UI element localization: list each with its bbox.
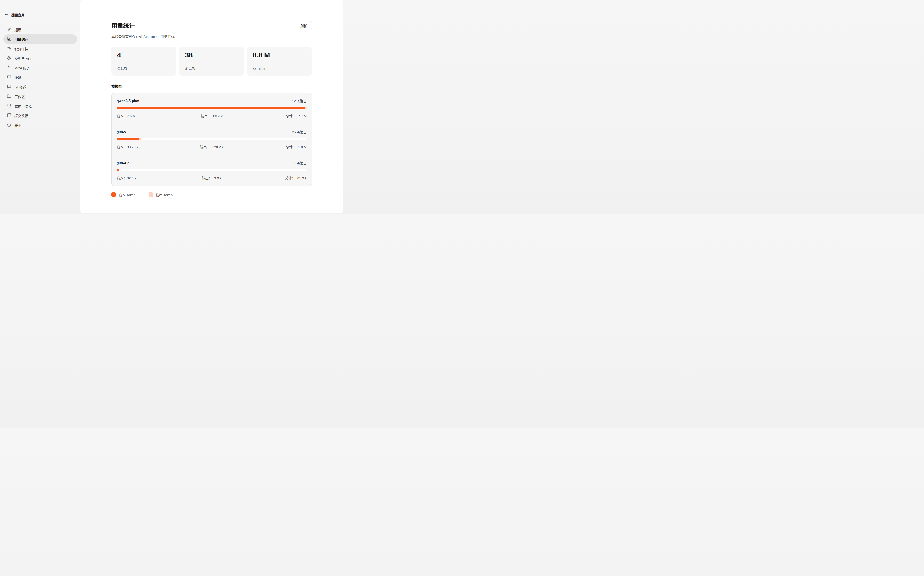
token-legend: 输入 Token 输出 Token: [112, 192, 312, 197]
sidebar-item-credits[interactable]: 积分详情: [3, 44, 77, 53]
book-open-icon: [7, 75, 11, 80]
coins-icon: [7, 46, 11, 51]
plug-icon: [7, 65, 11, 70]
sidebar-item-about[interactable]: 关于: [3, 120, 77, 130]
total-tokens-text: 总计：~85.9 k: [243, 175, 307, 180]
pen-icon: [7, 27, 11, 32]
summary-cards: 4 会话数 38 消息数 8.8 M 总 Token: [112, 47, 312, 76]
legend-input-token: 输入 Token: [112, 192, 136, 197]
model-message-count: 1 条消息: [294, 160, 307, 165]
output-tokens-text: 输出：~80.4 k: [180, 113, 243, 118]
settings-sidebar: 返回应用 通用 用量统计 积分详情 模型与 API MCP 服务 技能 I: [0, 0, 80, 214]
total-tokens-text: 总计：~7.7 M: [243, 113, 307, 118]
sidebar-item-usage-stats[interactable]: 用量统计: [3, 34, 77, 44]
legend-label: 输入 Token: [119, 192, 136, 197]
stat-label: 消息数: [185, 66, 238, 71]
stat-value: 4: [117, 51, 171, 59]
page-title: 用量统计: [112, 21, 135, 29]
total-tokens-text: 总计：~1.0 M: [243, 144, 307, 149]
bar-chart-icon: [7, 37, 11, 42]
message-plus-icon: [7, 113, 11, 118]
stat-value: 8.8 M: [253, 51, 306, 59]
sidebar-item-label: MCP 服务: [14, 66, 30, 70]
output-tokens-text: 输出：~120.2 k: [180, 144, 243, 149]
back-to-app-button[interactable]: 返回应用: [3, 13, 77, 17]
stat-label: 会话数: [117, 66, 171, 71]
sidebar-item-workspace[interactable]: 工作区: [3, 92, 77, 101]
stat-card-messages: 38 消息数: [179, 47, 244, 76]
legend-output-token: 输出 Token: [149, 192, 173, 197]
output-tokens-text: 输出：~3.0 k: [180, 175, 243, 180]
legend-label: 输出 Token: [156, 192, 173, 197]
page-subtitle: 本设备所有已保存对话的 Token 用量汇总。: [112, 34, 312, 39]
sidebar-item-label: IM 频道: [14, 85, 26, 90]
model-row: glm-5 25 条消息 输入：896.8 k 输出：~120.2 k 总计：~…: [112, 124, 312, 155]
token-usage-bar: [117, 107, 307, 109]
token-usage-bar: [117, 138, 307, 140]
sidebar-item-label: 积分详情: [14, 46, 28, 51]
output-token-bar: [305, 107, 307, 109]
sidebar-item-general[interactable]: 通用: [3, 25, 77, 34]
back-to-app-label: 返回应用: [11, 13, 25, 17]
cpu-icon: [7, 56, 11, 61]
sidebar-item-mcp[interactable]: MCP 服务: [3, 63, 77, 73]
sidebar-item-data-privacy[interactable]: 数据与隐私: [3, 101, 77, 111]
token-usage-bar: [117, 169, 307, 171]
sidebar-item-label: 提交反馈: [14, 113, 28, 118]
main-panel: 用量统计 刷新 本设备所有已保存对话的 Token 用量汇总。 4 会话数 38…: [80, 0, 343, 213]
model-name: qwen3.5-plus: [117, 99, 139, 103]
input-tokens-text: 输入：896.8 k: [117, 144, 180, 149]
model-name: glm-5: [117, 130, 126, 134]
sidebar-item-im-channels[interactable]: IM 频道: [3, 82, 77, 92]
sidebar-item-label: 通用: [14, 27, 21, 32]
output-token-bar: [139, 138, 142, 140]
input-token-bar: [117, 107, 305, 109]
sidebar-item-feedback[interactable]: 提交反馈: [3, 111, 77, 120]
sidebar-item-label: 模型与 API: [14, 56, 31, 61]
input-tokens-text: 输入：82.9 k: [117, 175, 180, 180]
input-token-bar: [117, 138, 139, 140]
model-usage-card: qwen3.5-plus 12 条消息 输入：7.6 M 输出：~80.4 k …: [112, 93, 312, 186]
sidebar-item-skills[interactable]: 技能: [3, 73, 77, 82]
sidebar-nav: 通用 用量统计 积分详情 模型与 API MCP 服务 技能 IM 频道 工作: [3, 25, 77, 130]
model-message-count: 25 条消息: [292, 130, 307, 134]
arrow-left-icon: [4, 13, 8, 17]
sidebar-item-label: 技能: [14, 75, 21, 80]
input-token-swatch: [112, 192, 116, 197]
info-icon: [7, 123, 11, 128]
input-tokens-text: 输入：7.6 M: [117, 113, 180, 118]
stat-card-total-tokens: 8.8 M 总 Token: [247, 47, 312, 76]
model-name: glm-4.7: [117, 161, 129, 165]
stat-label: 总 Token: [253, 66, 306, 71]
stat-value: 38: [185, 51, 238, 59]
model-row: glm-4.7 1 条消息 输入：82.9 k 输出：~3.0 k 总计：~85…: [112, 155, 312, 186]
refresh-button[interactable]: 刷新: [296, 21, 312, 30]
page-header: 用量统计 刷新: [112, 21, 312, 30]
sidebar-item-models-api[interactable]: 模型与 API: [3, 53, 77, 63]
sidebar-item-label: 数据与隐私: [14, 104, 32, 109]
sidebar-item-label: 工作区: [14, 94, 25, 99]
sidebar-item-label: 关于: [14, 123, 21, 128]
by-model-heading: 按模型: [112, 84, 312, 88]
shield-icon: [7, 104, 11, 109]
stat-card-sessions: 4 会话数: [112, 47, 176, 76]
model-message-count: 12 条消息: [292, 98, 307, 103]
output-token-swatch: [149, 192, 153, 197]
sidebar-item-label: 用量统计: [14, 37, 28, 42]
folder-icon: [7, 94, 11, 99]
chat-bubble-icon: [7, 84, 11, 90]
input-token-bar: [117, 169, 119, 171]
model-row: qwen3.5-plus 12 条消息 输入：7.6 M 输出：~80.4 k …: [112, 93, 312, 124]
